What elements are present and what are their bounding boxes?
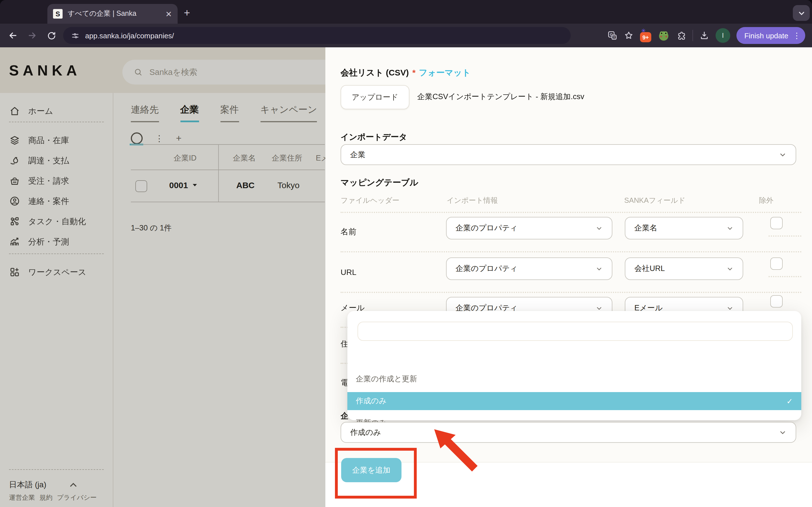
forward-icon[interactable] xyxy=(25,28,40,43)
chevron-down-icon xyxy=(596,224,603,232)
map-row1-exclude-checkbox[interactable] xyxy=(770,217,783,229)
close-tab-icon[interactable]: ✕ xyxy=(165,9,172,18)
upload-button[interactable]: アップロード xyxy=(341,85,409,109)
frog-extension-icon[interactable] xyxy=(658,29,670,42)
map-header-file: ファイルヘッダー xyxy=(341,196,400,206)
option-create-only[interactable]: 作成のみ ✓ xyxy=(347,392,801,410)
extension-badge-icon[interactable]: ✳9+ xyxy=(640,32,651,42)
mapping-table-title: マッピングテーブル xyxy=(341,177,418,188)
chevron-down-icon xyxy=(596,265,603,272)
downloads-icon[interactable] xyxy=(699,31,709,41)
map-header-sanka-field: SANKAフィールド xyxy=(624,196,686,206)
chevron-down-icon xyxy=(726,265,733,272)
favicon: S xyxy=(53,9,63,18)
duplicate-handling-select[interactable]: 作成のみ xyxy=(341,422,796,443)
csv-import-panel: 会社リスト (CSV) * フォーマット アップロード 企業CSVインポートテン… xyxy=(325,47,812,507)
browser-tab[interactable]: S すべての企業 | Sanka ✕ xyxy=(47,4,177,24)
site-settings-icon xyxy=(71,31,80,40)
map-row1-info-select[interactable]: 企業のプロパティ xyxy=(446,217,612,239)
browser-window: S すべての企業 | Sanka ✕ + app.sanka.io/ja/com… xyxy=(0,0,812,507)
format-link[interactable]: フォーマット xyxy=(419,68,471,78)
toolbar-divider xyxy=(693,30,693,41)
csv-label: 会社リスト (CSV) xyxy=(341,68,409,78)
modal-dim-overlay xyxy=(0,47,325,507)
map-row3-exclude-checkbox[interactable] xyxy=(770,295,783,307)
map-header-import-info: インポート情報 xyxy=(447,196,498,206)
svg-text:文: 文 xyxy=(612,36,615,39)
import-data-select[interactable]: 企業 xyxy=(341,144,796,165)
annotation-red-arrow xyxy=(434,429,486,475)
address-bar[interactable]: app.sanka.io/ja/companies/ xyxy=(63,27,571,44)
dropdown-search-input[interactable] xyxy=(357,322,793,341)
back-icon[interactable] xyxy=(6,28,20,43)
app-area: SANKA ホーム 商品・在庫 調達・支払 受注・請求 連絡・案件 xyxy=(0,47,812,507)
sparkle-icon: ✳ xyxy=(641,27,646,34)
tab-strip: S すべての企業 | Sanka ✕ + xyxy=(0,0,812,24)
map-row-file-header: 名前 xyxy=(341,227,356,237)
row-separator-fragment xyxy=(769,276,801,277)
required-asterisk: * xyxy=(412,68,416,77)
map-row2-field-select[interactable]: 会社URL xyxy=(625,258,743,280)
check-icon: ✓ xyxy=(786,397,793,406)
chevron-down-icon xyxy=(726,224,733,232)
import-data-label: インポートデータ xyxy=(341,132,407,143)
uploaded-file-name: 企業CSVインポートテンプレート - 新規追加.csv xyxy=(417,92,584,102)
chevron-down-icon xyxy=(779,429,786,436)
toolbar-right: G文 ✳9+ l Finish update ⋮ xyxy=(607,24,805,47)
duplicate-handling-dropdown: 企業の作成と更新 作成のみ ✓ 更新のみ xyxy=(347,311,801,420)
new-tab-button[interactable]: + xyxy=(184,7,190,18)
browser-menu-kebab-icon[interactable]: ⋮ xyxy=(793,31,801,40)
bookmark-star-icon[interactable] xyxy=(624,31,634,41)
url-text: app.sanka.io/ja/companies/ xyxy=(85,31,174,40)
map-row2-exclude-checkbox[interactable] xyxy=(770,258,783,270)
annotation-red-box xyxy=(335,448,417,499)
map-header-exclude: 除外 xyxy=(759,196,773,206)
chevron-down-icon xyxy=(779,151,786,159)
extensions-puzzle-icon[interactable] xyxy=(676,31,686,41)
csv-section-header: 会社リスト (CSV) * フォーマット xyxy=(341,68,470,78)
tab-search-chevron-icon[interactable] xyxy=(793,5,810,21)
map-row1-field-select[interactable]: 企業名 xyxy=(625,217,743,239)
finish-update-button[interactable]: Finish update ⋮ xyxy=(737,27,805,44)
translate-icon[interactable]: G文 xyxy=(607,31,617,41)
profile-avatar[interactable]: l xyxy=(716,28,730,43)
row-separator xyxy=(341,292,801,293)
tab-title: すべての企業 | Sanka xyxy=(68,9,165,18)
map-row-file-header: URL xyxy=(341,268,356,277)
option-create-and-update[interactable]: 企業の作成と更新 xyxy=(347,370,801,388)
finish-update-label: Finish update xyxy=(744,31,788,40)
reload-icon[interactable] xyxy=(44,28,59,43)
row-separator xyxy=(341,251,801,252)
row-separator xyxy=(341,212,801,213)
map-row2-info-select[interactable]: 企業のプロパティ xyxy=(446,258,612,280)
row-separator-fragment xyxy=(769,235,801,237)
